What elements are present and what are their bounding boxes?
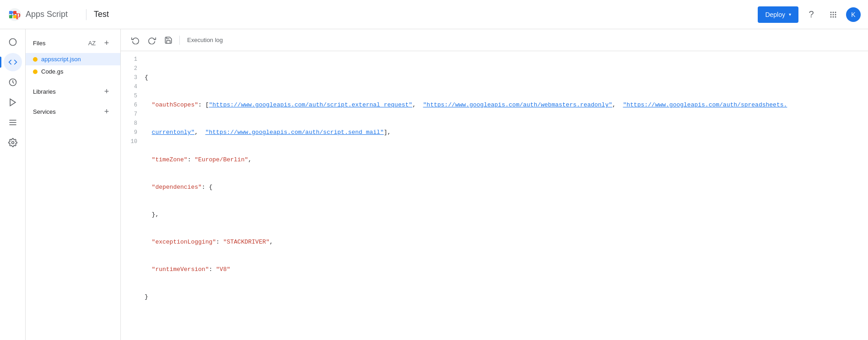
apps-script-logo: Ap	[7, 7, 22, 22]
files-actions: AZ +	[86, 37, 113, 49]
add-library-button[interactable]: +	[100, 85, 113, 98]
libraries-label: Libraries	[33, 88, 56, 95]
variables-icon	[8, 118, 17, 127]
sort-files-button[interactable]: AZ	[86, 37, 98, 49]
grid-icon	[829, 10, 838, 19]
undo-button[interactable]	[128, 33, 143, 48]
add-service-icon: +	[104, 107, 109, 117]
sidebar-item-variables[interactable]	[4, 113, 22, 132]
code-line-6: },	[145, 210, 868, 219]
svg-rect-2	[9, 11, 12, 14]
code-lines: 1 2 3 4 5 6 7 8 9 10 { "oauthScopes": ["…	[121, 51, 868, 340]
deploy-button[interactable]: Deploy ▾	[758, 6, 798, 23]
add-file-icon: +	[104, 38, 109, 48]
files-label: Files	[33, 40, 45, 47]
save-button[interactable]	[161, 33, 176, 48]
files-section-header: Files AZ +	[26, 33, 120, 53]
deploy-label: Deploy	[765, 11, 785, 18]
app-name: Apps Script	[26, 10, 68, 19]
executions-icon	[8, 98, 17, 107]
line-num-5: 5	[121, 91, 143, 101]
logo-area: Ap Apps Script	[7, 7, 68, 22]
main-area: Files AZ + appsscript.json Code.gs Libra…	[0, 29, 868, 340]
svg-point-14	[835, 16, 836, 17]
libraries-section-header: Libraries +	[26, 81, 120, 101]
sidebar-item-editor[interactable]	[4, 53, 22, 71]
code-line-2: "oauthScopes": ["https://www.googleapis.…	[145, 101, 868, 110]
line-num-3: 3	[121, 73, 143, 82]
line-num-9: 9	[121, 128, 143, 137]
redo-icon	[148, 36, 156, 44]
overview-icon	[8, 37, 17, 47]
sidebar-item-executions[interactable]	[4, 93, 22, 112]
svg-point-10	[833, 14, 834, 15]
line-num-2: 2	[121, 64, 143, 73]
code-line-3: currentonly", "https://www.googleapis.co…	[145, 128, 868, 137]
svg-point-11	[835, 14, 836, 15]
code-line-7: "exceptionLogging": "STACKDRIVER",	[145, 238, 868, 247]
sort-icon: AZ	[88, 40, 96, 47]
services-label: Services	[33, 108, 56, 115]
help-icon: ?	[809, 9, 814, 20]
file-dot-appsscript	[33, 57, 38, 62]
sidebar-item-overview[interactable]	[4, 33, 22, 51]
grid-button[interactable]	[824, 5, 842, 24]
svg-marker-17	[10, 99, 16, 106]
line-num-7: 7	[121, 110, 143, 119]
undo-icon	[131, 36, 140, 44]
file-item-appsscript[interactable]: appsscript.json	[26, 53, 120, 65]
save-icon	[164, 36, 173, 44]
avatar[interactable]: K	[846, 7, 861, 22]
execution-log-button[interactable]: Execution log	[183, 35, 226, 45]
code-line-1: {	[145, 73, 868, 82]
code-content: { "oauthScopes": ["https://www.googleapi…	[143, 51, 868, 340]
line-num-4: 4	[121, 82, 143, 91]
svg-point-8	[835, 11, 836, 13]
sidebar-item-triggers[interactable]	[4, 73, 22, 91]
svg-point-12	[830, 16, 832, 17]
svg-point-7	[833, 11, 834, 13]
redo-button[interactable]	[145, 33, 159, 48]
file-item-code[interactable]: Code.gs	[26, 65, 120, 78]
file-sidebar: Files AZ + appsscript.json Code.gs Libra…	[26, 29, 121, 340]
settings-icon	[8, 138, 17, 147]
file-name-code: Code.gs	[41, 68, 63, 75]
sidebar-item-settings[interactable]	[4, 133, 22, 152]
line-num-10: 10	[121, 137, 143, 146]
line-numbers: 1 2 3 4 5 6 7 8 9 10	[121, 51, 143, 340]
svg-point-21	[11, 142, 14, 144]
svg-point-9	[830, 14, 832, 15]
code-line-5: "dependencies": {	[145, 183, 868, 192]
svg-rect-5	[13, 15, 16, 18]
svg-rect-4	[9, 15, 12, 18]
icon-sidebar	[0, 29, 26, 340]
editor-toolbar: Execution log	[121, 29, 868, 51]
editor-area: Execution log 1 2 3 4 5 6 7 8 9 10	[121, 29, 868, 340]
header: Ap Apps Script Test Deploy ▾ ? K	[0, 0, 868, 29]
toolbar-separator	[179, 36, 180, 45]
triggers-icon	[8, 78, 17, 87]
execution-log-label: Execution log	[187, 37, 223, 43]
editor-icon	[8, 58, 17, 67]
code-line-10	[145, 320, 868, 329]
add-library-icon: +	[104, 87, 109, 96]
add-service-button[interactable]: +	[100, 105, 113, 118]
header-separator	[86, 9, 86, 20]
help-button[interactable]: ?	[802, 5, 820, 24]
svg-point-15	[9, 39, 16, 46]
svg-point-13	[833, 16, 834, 17]
deploy-chevron-icon: ▾	[789, 12, 791, 17]
code-line-8: "runtimeVersion": "V8"	[145, 265, 868, 274]
svg-rect-3	[13, 11, 16, 14]
add-file-button[interactable]: +	[100, 37, 113, 49]
code-editor[interactable]: 1 2 3 4 5 6 7 8 9 10 { "oauthScopes": ["…	[121, 51, 868, 340]
code-line-4: "timeZone": "Europe/Berlin",	[145, 155, 868, 165]
line-num-6: 6	[121, 101, 143, 110]
project-name: Test	[94, 10, 109, 19]
file-dot-code	[33, 69, 38, 74]
file-name-appsscript: appsscript.json	[41, 56, 81, 63]
services-section-header: Services +	[26, 101, 120, 122]
svg-point-6	[830, 11, 832, 13]
line-num-1: 1	[121, 55, 143, 64]
line-num-8: 8	[121, 119, 143, 128]
